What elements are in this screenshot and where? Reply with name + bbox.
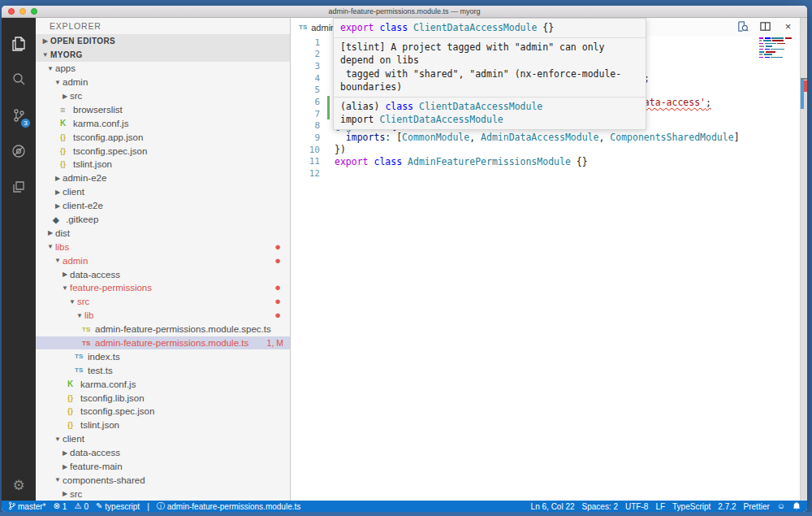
bell-icon: [793, 501, 801, 512]
json-file-icon: {}: [60, 147, 73, 155]
status-2-7-2[interactable]: 2.7.2: [718, 502, 736, 511]
status-1[interactable]: ⊗1: [53, 502, 67, 511]
editor-group[interactable]: TS admin-feature-permissions.module.ts: [291, 18, 807, 501]
extensions-icon[interactable]: [2, 169, 36, 205]
tree-item-client[interactable]: ▶client: [36, 185, 290, 199]
tooltip-signature: export class ClientDataAccessModule {}: [334, 19, 646, 37]
tree-item-dist[interactable]: ▶dist: [36, 226, 290, 240]
code-line-11[interactable]: 11export class AdminFeaturePermissionsMo…: [291, 155, 760, 167]
tree-item-src[interactable]: ▶src: [36, 89, 290, 103]
status-admin-feature-permissions-module-ts[interactable]: ⓘadmin-feature-permissions.module.ts: [157, 502, 301, 511]
tree-item-tsconfig-app-json[interactable]: {}tsconfig.app.json: [36, 130, 290, 144]
item-label: src: [70, 489, 82, 499]
karma-file-icon: K: [60, 119, 73, 128]
code-line-9[interactable]: 9 imports: [CommonModule, AdminDataAcces…: [291, 132, 760, 144]
tree-item-browserslist[interactable]: ≡browserslist: [36, 102, 290, 116]
tree-item-components-shared[interactable]: ▼components-shared: [36, 474, 290, 488]
tree-item-lib[interactable]: ▼lib●: [36, 309, 290, 323]
tree-item-admin[interactable]: ▼admin●: [36, 254, 290, 267]
status-smiley[interactable]: ☺: [777, 502, 785, 510]
split-editor-icon[interactable]: [759, 20, 771, 33]
item-label: libs: [55, 242, 69, 252]
overview-ruler[interactable]: [800, 18, 807, 501]
status-typescript[interactable]: TypeScript: [672, 502, 710, 511]
item-label: client: [63, 434, 84, 444]
settings-gear-icon[interactable]: ⚙: [2, 477, 36, 494]
status-ln-6-col-22[interactable]: Ln 6, Col 22: [531, 502, 575, 511]
tree-item-data-access[interactable]: ▶data-access: [36, 446, 290, 460]
chevron-down-icon: ▼: [60, 284, 70, 292]
tree-item-karma-conf-js[interactable]: Kkarma.conf.js: [36, 377, 290, 391]
tree-item-tsconfig-spec-json[interactable]: {}tsconfig.spec.json: [36, 144, 290, 158]
code-text: }): [335, 144, 346, 155]
modified-dot-badge: ●: [274, 257, 281, 265]
json-file-icon: {}: [67, 394, 80, 402]
section-open-editors[interactable]: ▶OPEN EDITORS: [36, 34, 290, 48]
item-label: MYORG: [50, 50, 83, 59]
status-typescript[interactable]: ✎typescript: [96, 502, 140, 511]
tree-item-feature-main[interactable]: ▶feature-main: [36, 460, 290, 474]
source-control-icon[interactable]: 3: [2, 98, 36, 133]
tree-item-client-e2e[interactable]: ▶client-e2e: [36, 199, 290, 213]
modified-dot-badge: ●: [274, 243, 281, 251]
tree-item--gitkeep[interactable]: ◈.gitkeep: [36, 213, 290, 227]
tree-item-src[interactable]: ▶src: [36, 487, 290, 501]
tree-item-libs[interactable]: ▼libs●: [36, 240, 290, 254]
tree-item-karma-conf-js[interactable]: Kkarma.conf.js: [36, 116, 290, 130]
chevron-down-icon: ▼: [53, 79, 63, 86]
chevron-right-icon: ▶: [53, 189, 63, 196]
title-bar[interactable]: admin-feature-permissions.module.ts — my…: [2, 6, 807, 18]
vscode-window: admin-feature-permissions.module.ts — my…: [2, 6, 807, 512]
tree-item-index-ts[interactable]: TSindex.ts: [36, 349, 290, 363]
tree-item-admin-feature-permissions-module-spec-ts[interactable]: TSadmin-feature-permissions.module.spec.…: [36, 323, 290, 336]
chevron-down-icon: ▼: [41, 51, 50, 59]
status-utf-8[interactable]: UTF-8: [625, 502, 648, 511]
status-lf[interactable]: LF: [655, 502, 665, 511]
json-file-icon: {}: [67, 407, 80, 415]
tree-item-admin-e2e[interactable]: ▶admin-e2e: [36, 171, 290, 185]
open-changes-icon[interactable]: [736, 20, 749, 33]
explorer-sidebar: EXPLORER ▶OPEN EDITORS▼MYORG▼apps▼admin▶…: [36, 18, 291, 501]
debug-icon[interactable]: [2, 133, 36, 169]
tree-item-test-ts[interactable]: TStest.ts: [36, 363, 290, 377]
status-spaces-2[interactable]: Spaces: 2: [582, 502, 618, 511]
chevron-right-icon: ▶: [60, 93, 70, 100]
tree-item-apps[interactable]: ▼apps: [36, 62, 290, 76]
item-label: tsconfig.app.json: [73, 132, 143, 142]
tree-item-client[interactable]: ▼client: [36, 432, 290, 446]
tree-item-tslint-json[interactable]: {}tslint.json: [36, 158, 290, 171]
status-bell[interactable]: [793, 501, 801, 512]
item-label: feature-permissions: [70, 283, 152, 293]
item-label: .gitkeep: [66, 215, 98, 224]
close-editor-icon[interactable]: ×: [782, 20, 794, 33]
explorer-icon[interactable]: [2, 26, 36, 62]
tree-item-tsconfig-spec-json[interactable]: {}tsconfig.spec.json: [36, 405, 290, 418]
tree-item-data-access[interactable]: ▶data-access: [36, 267, 290, 281]
minimap[interactable]: [759, 37, 797, 59]
ts-blue-file-icon: TS: [75, 366, 88, 374]
item-label: admin: [63, 77, 88, 87]
status-0[interactable]: ⚠0: [74, 502, 89, 511]
search-icon[interactable]: [2, 62, 36, 98]
code-line-12[interactable]: 12: [291, 167, 760, 180]
line-number: 4: [291, 73, 320, 84]
close-window-button[interactable]: [8, 8, 15, 15]
tree-item-admin-feature-permissions-module-ts[interactable]: TSadmin-feature-permissions.module.ts1, …: [36, 336, 290, 350]
tree-item-src[interactable]: ▼src●: [36, 295, 290, 309]
status-label: UTF-8: [625, 502, 648, 511]
gutter: [320, 167, 335, 180]
tree-item-tsconfig-lib-json[interactable]: {}tsconfig.lib.json: [36, 391, 290, 405]
status-prettier[interactable]: Prettier: [744, 502, 770, 511]
chevron-right-icon: ▶: [60, 449, 70, 457]
item-label: tsconfig.spec.json: [73, 146, 147, 156]
tree-item-feature-permissions[interactable]: ▼feature-permissions●: [36, 281, 290, 295]
status-master[interactable]: master*: [8, 501, 45, 512]
minimize-window-button[interactable]: [19, 8, 26, 15]
code-line-10[interactable]: 10}): [291, 144, 760, 156]
tree-item-admin[interactable]: ▼admin: [36, 76, 290, 89]
status-label: 0: [84, 502, 89, 511]
file-tree: ▶OPEN EDITORS▼MYORG▼apps▼admin▶src≡brows…: [36, 34, 290, 501]
section-myorg[interactable]: ▼MYORG: [36, 48, 290, 62]
tree-item-tslint-json[interactable]: {}tslint.json: [36, 418, 290, 432]
zoom-window-button[interactable]: [31, 8, 37, 15]
